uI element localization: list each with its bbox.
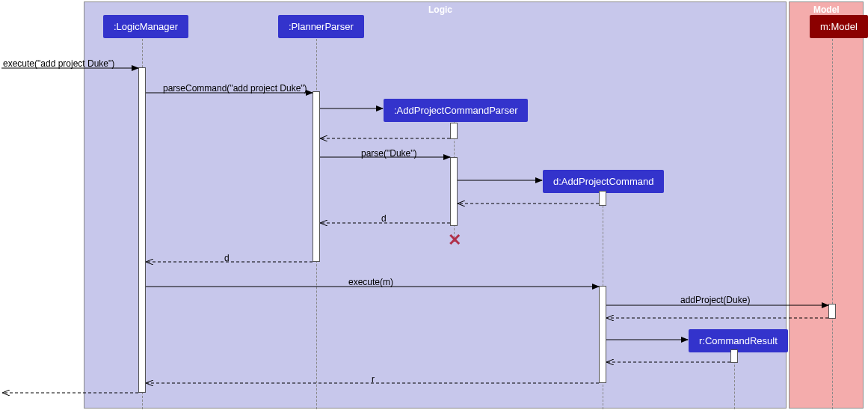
- activation-add-project-command-1: [599, 191, 606, 206]
- participant-add-project-parser: :AddProjectCommandParser: [384, 99, 528, 122]
- sequence-diagram: Logic Model :LogicManager :PlannerParser…: [0, 0, 868, 413]
- msg-return-r: r: [372, 374, 375, 385]
- frame-logic-title: Logic: [428, 4, 452, 15]
- participant-command-result: r:CommandResult: [689, 329, 788, 352]
- activation-logic-manager: [138, 67, 146, 393]
- lifeline-model: [832, 35, 833, 409]
- msg-execute1: execute("add project Duke"): [3, 58, 114, 69]
- msg-add-project: addProject(Duke): [680, 295, 750, 305]
- participant-add-project-command: d:AddProjectCommand: [543, 170, 664, 193]
- msg-parse-command: parseCommand("add project Duke"): [163, 83, 307, 94]
- destroy-icon: ✕: [448, 230, 461, 250]
- activation-add-project-parser-1: [450, 123, 458, 139]
- msg-parse: parse("Duke"): [361, 148, 417, 159]
- activation-add-project-command-2: [599, 286, 606, 383]
- activation-model: [828, 304, 836, 319]
- frame-model-title: Model: [813, 4, 840, 15]
- participant-planner-parser: :PlannerParser: [278, 15, 364, 38]
- participant-logic-manager: :LogicManager: [103, 15, 188, 38]
- activation-planner-parser: [313, 91, 320, 262]
- frame-logic: Logic: [84, 1, 787, 409]
- participant-model: m:Model: [810, 15, 868, 38]
- msg-execute-m: execute(m): [348, 277, 393, 287]
- msg-return-d1: d: [381, 213, 387, 224]
- activation-command-result: [730, 349, 738, 363]
- activation-add-project-parser-2: [450, 157, 458, 226]
- msg-return-d2: d: [224, 253, 230, 263]
- frame-model: Model: [789, 1, 864, 409]
